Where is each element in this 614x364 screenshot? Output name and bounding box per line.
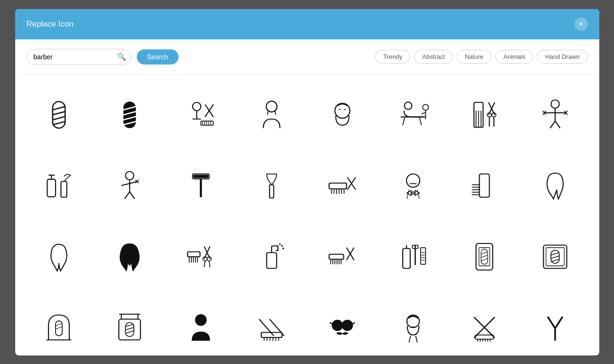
icon-barber-pole-1[interactable] <box>27 83 92 148</box>
svg-rect-90 <box>188 252 200 257</box>
icon-spray-bottles[interactable] <box>27 153 92 218</box>
svg-line-47 <box>550 121 555 128</box>
icon-spray-pump[interactable] <box>239 224 304 289</box>
svg-line-128 <box>481 252 488 254</box>
svg-line-33 <box>420 117 422 126</box>
svg-line-146 <box>126 324 134 327</box>
icons-grid-container[interactable] <box>15 75 599 355</box>
svg-rect-120 <box>421 247 426 264</box>
icon-hair-filled[interactable] <box>97 224 162 289</box>
svg-point-28 <box>423 104 429 110</box>
svg-rect-127 <box>481 249 488 264</box>
filter-nature[interactable]: Nature <box>457 50 491 64</box>
svg-line-4 <box>53 121 65 125</box>
search-button[interactable]: Search <box>137 49 179 65</box>
svg-point-27 <box>405 102 412 110</box>
svg-line-59 <box>122 184 130 186</box>
icon-barber-shop-arch[interactable] <box>27 295 92 355</box>
svg-line-166 <box>416 336 418 342</box>
svg-point-81 <box>412 192 415 195</box>
icon-barber-doll[interactable] <box>522 83 587 148</box>
icon-hair-outline[interactable] <box>27 224 92 289</box>
svg-point-106 <box>283 247 284 249</box>
svg-line-130 <box>481 258 488 261</box>
icon-barber-chair[interactable] <box>381 83 446 148</box>
icon-barber-face-decorated[interactable] <box>381 153 446 218</box>
svg-point-149 <box>195 314 207 326</box>
filter-trendy[interactable]: Trendy <box>375 50 410 64</box>
svg-line-3 <box>53 117 65 120</box>
svg-line-30 <box>422 112 426 114</box>
icon-scissors-comb-cross[interactable] <box>239 295 304 355</box>
close-button[interactable]: × <box>575 18 588 31</box>
svg-line-101 <box>209 261 210 267</box>
icon-barber-cutting[interactable] <box>97 153 162 218</box>
icon-portrait-beard[interactable] <box>381 295 446 355</box>
svg-line-1 <box>53 107 65 110</box>
svg-line-165 <box>409 336 411 342</box>
svg-line-61 <box>125 192 130 199</box>
icon-phone-barber-pole[interactable] <box>452 224 517 289</box>
svg-rect-67 <box>193 175 208 178</box>
svg-line-100 <box>204 261 205 267</box>
icon-single-comb[interactable] <box>452 153 517 218</box>
svg-rect-53 <box>47 179 56 197</box>
svg-rect-126 <box>479 247 490 266</box>
svg-line-129 <box>481 255 488 257</box>
modal-title: Replace Icon <box>27 19 74 29</box>
svg-rect-68 <box>270 185 274 198</box>
search-input[interactable] <box>27 49 131 65</box>
svg-line-136 <box>551 259 559 261</box>
icon-barber-hanging-sign[interactable] <box>97 295 162 355</box>
icon-comb-scissors-v2[interactable] <box>310 224 375 289</box>
filter-tags: Trendy Abstract Nature Animals Hand Draw… <box>375 50 587 64</box>
filter-hand-drawn[interactable]: Hand Drawn <box>537 50 587 64</box>
icon-y-shape[interactable] <box>522 295 587 355</box>
replace-icon-modal: Replace Icon × 🔍 Search Trendy Abstract … <box>15 9 599 355</box>
icon-avatar-scissors[interactable] <box>168 295 233 355</box>
svg-line-2 <box>53 112 65 115</box>
icon-t-razor[interactable] <box>168 153 233 218</box>
toolbar: 🔍 Search Trendy Abstract Nature Animals … <box>15 39 599 75</box>
icon-comb-scissors-h[interactable] <box>310 153 375 218</box>
svg-line-140 <box>56 327 62 329</box>
svg-line-147 <box>126 327 134 330</box>
icon-tablet-barber-pole[interactable] <box>522 224 587 289</box>
svg-line-48 <box>555 121 560 128</box>
svg-line-32 <box>403 117 405 126</box>
filter-animals[interactable]: Animals <box>495 50 533 64</box>
svg-rect-131 <box>543 245 567 268</box>
icon-barber-person[interactable] <box>239 83 304 148</box>
svg-line-162 <box>330 322 332 324</box>
svg-line-177 <box>548 317 555 328</box>
icon-barber-pole-2[interactable] <box>97 83 162 148</box>
svg-line-135 <box>551 256 559 258</box>
icon-long-hair[interactable] <box>522 153 587 218</box>
svg-line-134 <box>551 252 559 255</box>
svg-rect-84 <box>479 174 489 197</box>
svg-line-163 <box>352 322 355 324</box>
icon-barber-shop-bag[interactable] <box>381 224 446 289</box>
svg-rect-116 <box>403 248 411 268</box>
icon-bearded-face[interactable] <box>310 83 375 148</box>
svg-rect-69 <box>329 183 347 189</box>
svg-point-159 <box>332 320 342 330</box>
svg-point-24 <box>335 103 350 119</box>
icon-comb-scissors-combo[interactable] <box>168 224 233 289</box>
svg-point-57 <box>126 172 134 180</box>
svg-rect-56 <box>61 182 67 197</box>
svg-point-104 <box>279 243 281 245</box>
svg-line-148 <box>126 331 134 333</box>
svg-rect-102 <box>266 252 276 268</box>
svg-rect-169 <box>475 335 493 339</box>
icon-barber-tools[interactable] <box>168 83 233 148</box>
icons-grid <box>27 83 588 355</box>
icon-straight-razor[interactable] <box>239 153 304 218</box>
icon-comb-scissors[interactable] <box>452 83 517 148</box>
icon-scissors-crossed[interactable] <box>452 295 517 355</box>
search-wrapper: 🔍 <box>27 49 131 65</box>
svg-rect-138 <box>56 321 62 336</box>
filter-abstract[interactable]: Abstract <box>414 50 453 64</box>
svg-point-160 <box>342 320 352 330</box>
icon-mustache-sunglasses[interactable] <box>310 295 375 355</box>
